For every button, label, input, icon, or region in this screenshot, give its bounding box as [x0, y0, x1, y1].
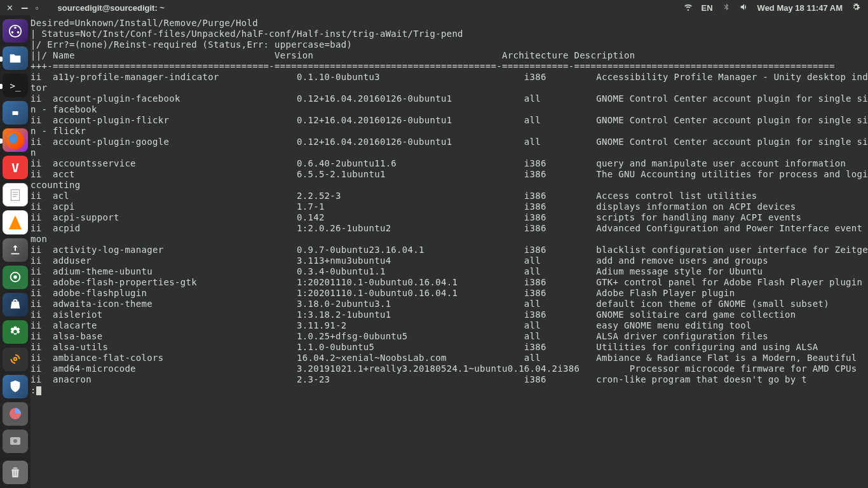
terminal-icon[interactable]: >_	[3, 74, 28, 97]
svg-point-2	[11, 31, 14, 34]
volume-icon[interactable]	[740, 3, 749, 13]
close-icon[interactable]: ✕	[6, 3, 13, 13]
usb-creator-icon[interactable]	[3, 101, 28, 125]
language-indicator[interactable]: EN	[702, 3, 713, 13]
bluetooth-icon[interactable]	[722, 3, 731, 13]
launcher: >_ V	[0, 15, 31, 488]
screenshot-icon[interactable]	[3, 266, 28, 289]
svg-rect-4	[13, 111, 18, 115]
gear-icon[interactable]	[851, 3, 860, 13]
files-icon[interactable]	[3, 46, 28, 70]
terminal-cursor	[36, 386, 41, 395]
status-area: EN Wed May 18 11:47 AM	[684, 3, 868, 13]
text-editor-icon[interactable]	[3, 183, 28, 207]
minimize-icon[interactable]: ‒	[21, 4, 28, 11]
disks-icon[interactable]	[3, 430, 28, 453]
window-controls: ✕ ‒ ▫	[0, 3, 39, 13]
trash-icon[interactable]	[3, 461, 28, 484]
svg-rect-5	[11, 190, 19, 201]
spiral-icon[interactable]	[3, 348, 28, 371]
wifi-icon[interactable]	[684, 3, 693, 13]
firefox-icon[interactable]	[3, 128, 28, 152]
shield-icon[interactable]	[3, 375, 28, 398]
vlc-icon[interactable]	[3, 210, 28, 234]
svg-point-1	[14, 26, 17, 29]
dash-icon[interactable]	[3, 19, 28, 43]
settings-icon[interactable]	[3, 320, 28, 344]
maximize-icon[interactable]: ▫	[36, 3, 39, 13]
vivaldi-icon[interactable]: V	[3, 156, 28, 179]
svg-point-13	[13, 439, 17, 443]
svg-point-3	[17, 31, 20, 34]
terminal-output[interactable]: Desired=Unknown/Install/Remove/Purge/Hol…	[31, 15, 868, 488]
clock[interactable]: Wed May 18 11:47 AM	[757, 3, 843, 13]
top-panel: ✕ ‒ ▫ sourcedigit@sourcedigit: ~ EN Wed …	[0, 0, 868, 15]
window-title: sourcedigit@sourcedigit: ~	[58, 3, 165, 13]
disk-usage-icon[interactable]	[3, 402, 28, 426]
software-center-icon[interactable]	[3, 293, 28, 316]
svg-point-10	[13, 275, 17, 279]
software-updater-icon[interactable]	[3, 238, 28, 262]
